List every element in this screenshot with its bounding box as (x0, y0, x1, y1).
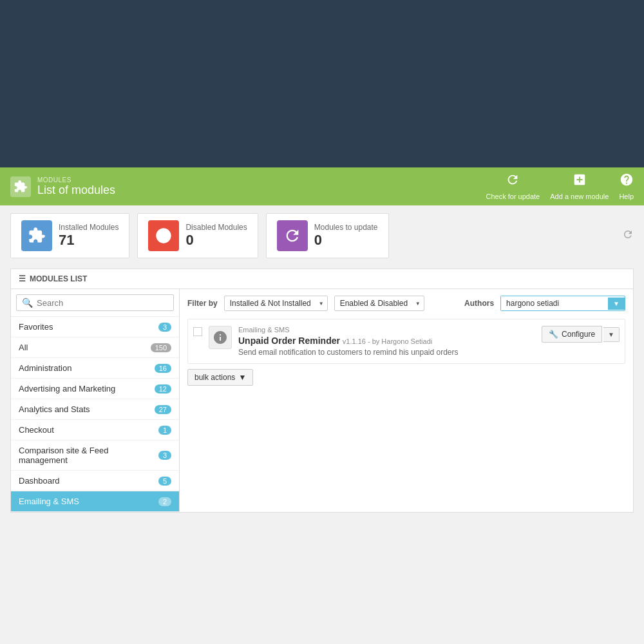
sidebar-item-administration-label: Administration (19, 363, 71, 373)
configure-dropdown-btn[interactable]: ▼ (603, 327, 620, 342)
status-filter-wrap[interactable]: Enabled & Disabled Enabled Disabled (334, 296, 424, 311)
module-icon (209, 326, 232, 349)
status-filter[interactable]: Enabled & Disabled Enabled Disabled (334, 296, 424, 311)
help-icon (620, 173, 634, 190)
update-modules-label: Modules to update (314, 223, 378, 232)
sidebar-item-dashboard-label: Dashboard (19, 476, 60, 486)
sidebar-item-emailing[interactable]: Emailing & SMS 2 (11, 491, 179, 512)
modules-list-section: ☰ MODULES LIST 🔍 Favorites 3 All 15 (10, 269, 634, 513)
update-modules-card: Modules to update 0 (266, 213, 389, 258)
sidebar-item-analytics-label: Analytics and Stats (19, 404, 90, 414)
page-title: List of modules (37, 184, 115, 197)
sidebar-item-comparison-badge: 3 (158, 451, 171, 460)
modules-list-header: ☰ MODULES LIST (11, 269, 633, 289)
sidebar-item-administration[interactable]: Administration 16 (11, 358, 179, 379)
authors-input[interactable] (501, 296, 608, 310)
sidebar-item-dashboard[interactable]: Dashboard 5 (11, 471, 179, 491)
installation-filter[interactable]: Installed & Not Installed Installed Not … (224, 296, 328, 311)
update-modules-icon (277, 220, 308, 251)
modules-list-body: 🔍 Favorites 3 All 150 Administration 16 (11, 289, 633, 512)
page-header-text: MODULES List of modules (37, 176, 115, 197)
add-module-label: Add a new module (550, 193, 609, 200)
add-module-action[interactable]: Add a new module (550, 173, 609, 200)
sidebar-item-all-label: All (19, 343, 28, 352)
bulk-actions-arrow: ▼ (238, 373, 246, 382)
check-update-action[interactable]: Check for update (486, 173, 540, 200)
sidebar-item-checkout[interactable]: Checkout 1 (11, 420, 179, 440)
search-input[interactable] (37, 298, 168, 308)
modules-list-label: MODULES LIST (30, 274, 87, 283)
sidebar-item-favorites[interactable]: Favorites 3 (11, 317, 179, 337)
main-panel: Filter by Installed & Not Installed Inst… (180, 289, 633, 512)
filter-by-label: Filter by (187, 299, 218, 308)
module-name-text: Unpaid Order Reminder (238, 336, 340, 346)
search-icon: 🔍 (22, 298, 33, 308)
sidebar-item-checkout-label: Checkout (19, 425, 54, 435)
sidebar-item-advertising-badge: 12 (155, 384, 171, 393)
sidebar: 🔍 Favorites 3 All 150 Administration 16 (11, 289, 180, 512)
wrench-icon: 🔧 (549, 330, 558, 339)
disabled-modules-text: Disabled Modules 0 (185, 223, 247, 249)
sidebar-item-administration-badge: 16 (155, 364, 171, 373)
sidebar-item-checkout-badge: 1 (158, 426, 171, 435)
disabled-modules-label: Disabled Modules (185, 223, 247, 232)
authors-dropdown-btn[interactable]: ▼ (608, 298, 625, 310)
installation-filter-wrap[interactable]: Installed & Not Installed Installed Not … (224, 296, 328, 311)
filter-row: Filter by Installed & Not Installed Inst… (187, 296, 625, 311)
module-item: Emailing & SMS Unpaid Order Reminder v1.… (187, 319, 625, 364)
sidebar-item-analytics[interactable]: Analytics and Stats 27 (11, 399, 179, 420)
authors-input-wrap[interactable]: ▼ (500, 296, 625, 311)
search-input-wrap[interactable]: 🔍 (16, 294, 174, 311)
installed-modules-icon (21, 220, 52, 251)
installed-modules-label: Installed Modules (59, 223, 118, 232)
bulk-actions-row: bulk actions ▼ (187, 369, 625, 386)
sidebar-item-all-badge: 150 (151, 343, 171, 352)
check-update-icon (506, 173, 520, 190)
bulk-actions-label: bulk actions (194, 373, 235, 382)
add-module-icon (573, 173, 587, 190)
module-name: Unpaid Order Reminder v1.1.16 - by Hargo… (238, 336, 535, 346)
installed-modules-card: Installed Modules 71 (10, 213, 129, 258)
list-icon: ☰ (19, 274, 26, 283)
search-box: 🔍 (11, 289, 179, 317)
sidebar-item-favorites-label: Favorites (19, 322, 53, 332)
stats-row: Installed Modules 71 Disabled Modules 0 (10, 213, 634, 258)
bulk-actions-button[interactable]: bulk actions ▼ (187, 369, 253, 386)
sidebar-item-advertising-label: Advertising and Marketing (19, 384, 115, 393)
sidebar-item-dashboard-badge: 5 (158, 477, 171, 486)
authors-label: Authors (464, 299, 494, 308)
module-version: v1.1.16 - by Hargono Setiadi (343, 337, 432, 345)
sidebar-item-favorites-badge: 3 (158, 323, 171, 332)
page-header: MODULES List of modules Check for update… (0, 167, 644, 205)
sidebar-item-comparison[interactable]: Comparison site & Feed management 3 (11, 440, 179, 471)
page-header-actions: Check for update Add a new module Help (486, 173, 634, 200)
configure-label: Configure (562, 330, 595, 339)
sidebar-item-comparison-label: Comparison site & Feed management (19, 446, 158, 465)
sidebar-item-analytics-badge: 27 (155, 405, 171, 414)
module-desc: Send email notification to customers to … (238, 348, 535, 357)
disabled-modules-icon (148, 220, 179, 251)
sidebar-item-advertising[interactable]: Advertising and Marketing 12 (11, 379, 179, 399)
update-modules-text: Modules to update 0 (314, 223, 378, 249)
disabled-modules-card: Disabled Modules 0 (137, 213, 258, 258)
module-category: Emailing & SMS (238, 326, 535, 334)
installed-modules-count: 71 (59, 232, 118, 249)
module-checkbox[interactable] (193, 327, 202, 336)
check-update-label: Check for update (486, 193, 540, 200)
help-label: Help (619, 193, 634, 200)
configure-button[interactable]: 🔧 Configure (542, 326, 602, 343)
module-info: Emailing & SMS Unpaid Order Reminder v1.… (238, 326, 535, 357)
sidebar-item-all[interactable]: All 150 (11, 337, 179, 358)
modules-icon (10, 176, 31, 197)
update-modules-count: 0 (314, 232, 378, 249)
stats-refresh-icon[interactable] (622, 229, 634, 243)
sidebar-item-emailing-label: Emailing & SMS (19, 497, 79, 506)
help-action[interactable]: Help (619, 173, 634, 200)
admin-header (0, 0, 644, 167)
modules-breadcrumb: MODULES (37, 176, 115, 184)
installed-modules-text: Installed Modules 71 (59, 223, 118, 249)
disabled-modules-count: 0 (185, 232, 247, 249)
main-content: Installed Modules 71 Disabled Modules 0 (0, 205, 644, 520)
sidebar-item-emailing-badge: 2 (158, 497, 171, 506)
page-header-left: MODULES List of modules (10, 176, 115, 197)
